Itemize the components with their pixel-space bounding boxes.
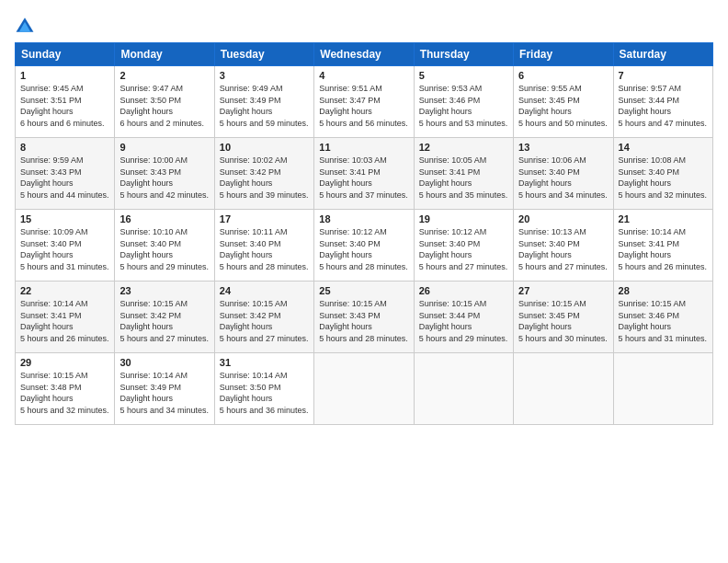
day-number: 16: [119, 213, 209, 224]
day-number: 7: [619, 70, 708, 81]
day-cell: 1 Sunrise: 9:45 AMSunset: 3:51 PMDayligh…: [16, 66, 115, 138]
day-number: 21: [619, 213, 708, 224]
day-info: Sunrise: 10:11 AMSunset: 3:40 PMDaylight…: [220, 227, 309, 271]
day-info: Sunrise: 10:15 AMSunset: 3:48 PMDaylight…: [20, 371, 109, 415]
day-info: Sunrise: 9:57 AMSunset: 3:44 PMDaylight …: [619, 84, 708, 128]
day-cell: [613, 353, 712, 425]
week-row-2: 8 Sunrise: 9:59 AMSunset: 3:43 PMDayligh…: [16, 138, 713, 210]
day-info: Sunrise: 10:14 AMSunset: 3:41 PMDaylight…: [20, 299, 109, 343]
day-number: 29: [20, 357, 109, 368]
day-info: Sunrise: 10:15 AMSunset: 3:42 PMDaylight…: [119, 299, 209, 343]
day-cell: 20 Sunrise: 10:13 AMSunset: 3:40 PMDayli…: [514, 210, 613, 282]
day-number: 28: [619, 285, 708, 296]
day-cell: 28 Sunrise: 10:15 AMSunset: 3:46 PMDayli…: [613, 282, 712, 353]
day-cell: [514, 353, 613, 425]
day-info: Sunrise: 10:15 AMSunset: 3:46 PMDaylight…: [619, 299, 708, 343]
day-cell: 2 Sunrise: 9:47 AMSunset: 3:50 PMDayligh…: [115, 66, 214, 138]
day-info: Sunrise: 10:14 AMSunset: 3:49 PMDaylight…: [119, 371, 209, 415]
day-number: 24: [220, 285, 309, 296]
day-cell: 25 Sunrise: 10:15 AMSunset: 3:43 PMDayli…: [314, 282, 414, 353]
day-cell: 5 Sunrise: 9:53 AMSunset: 3:46 PMDayligh…: [414, 66, 513, 138]
day-cell: 26 Sunrise: 10:15 AMSunset: 3:44 PMDayli…: [414, 282, 513, 353]
day-number: 5: [419, 70, 508, 81]
header-wednesday: Wednesday: [314, 43, 414, 66]
logo-icon: [15, 15, 35, 35]
day-cell: 27 Sunrise: 10:15 AMSunset: 3:45 PMDayli…: [514, 282, 613, 353]
day-cell: 13 Sunrise: 10:06 AMSunset: 3:40 PMDayli…: [514, 138, 613, 210]
day-number: 3: [220, 70, 309, 81]
logo: [15, 15, 39, 35]
day-info: Sunrise: 10:15 AMSunset: 3:42 PMDaylight…: [220, 299, 309, 343]
day-info: Sunrise: 9:53 AMSunset: 3:46 PMDaylight …: [419, 84, 508, 128]
day-info: Sunrise: 9:59 AMSunset: 3:43 PMDaylight …: [20, 155, 109, 200]
day-info: Sunrise: 10:14 AMSunset: 3:41 PMDaylight…: [619, 227, 708, 271]
day-number: 8: [20, 142, 109, 153]
day-cell: 19 Sunrise: 10:12 AMSunset: 3:40 PMDayli…: [414, 210, 513, 282]
day-info: Sunrise: 10:02 AMSunset: 3:42 PMDaylight…: [220, 155, 309, 200]
day-info: Sunrise: 10:15 AMSunset: 3:45 PMDaylight…: [518, 299, 608, 343]
day-info: Sunrise: 10:14 AMSunset: 3:50 PMDaylight…: [220, 371, 309, 415]
day-cell: 22 Sunrise: 10:14 AMSunset: 3:41 PMDayli…: [16, 282, 115, 353]
header: [15, 15, 713, 35]
day-info: Sunrise: 9:45 AMSunset: 3:51 PMDaylight …: [20, 84, 105, 128]
day-number: 6: [518, 70, 608, 81]
day-number: 4: [319, 70, 408, 81]
day-number: 2: [119, 70, 209, 81]
page: SundayMondayTuesdayWednesdayThursdayFrid…: [0, 0, 728, 563]
day-number: 20: [518, 213, 608, 224]
week-row-5: 29 Sunrise: 10:15 AMSunset: 3:48 PMDayli…: [16, 353, 713, 425]
day-cell: 29 Sunrise: 10:15 AMSunset: 3:48 PMDayli…: [16, 353, 115, 425]
day-number: 19: [419, 213, 508, 224]
header-thursday: Thursday: [414, 43, 513, 66]
day-cell: [414, 353, 513, 425]
day-number: 22: [20, 285, 109, 296]
day-cell: 21 Sunrise: 10:14 AMSunset: 3:41 PMDayli…: [613, 210, 712, 282]
day-cell: 23 Sunrise: 10:15 AMSunset: 3:42 PMDayli…: [115, 282, 214, 353]
day-number: 31: [220, 357, 309, 368]
week-row-4: 22 Sunrise: 10:14 AMSunset: 3:41 PMDayli…: [16, 282, 713, 353]
day-info: Sunrise: 10:15 AMSunset: 3:44 PMDaylight…: [419, 299, 508, 343]
week-row-3: 15 Sunrise: 10:09 AMSunset: 3:40 PMDayli…: [16, 210, 713, 282]
day-cell: 10 Sunrise: 10:02 AMSunset: 3:42 PMDayli…: [214, 138, 313, 210]
day-cell: 4 Sunrise: 9:51 AMSunset: 3:47 PMDayligh…: [314, 66, 414, 138]
day-number: 27: [518, 285, 608, 296]
day-number: 26: [419, 285, 508, 296]
day-cell: 3 Sunrise: 9:49 AMSunset: 3:49 PMDayligh…: [214, 66, 313, 138]
day-number: 30: [119, 357, 209, 368]
day-info: Sunrise: 10:08 AMSunset: 3:40 PMDaylight…: [619, 155, 708, 200]
day-number: 15: [20, 213, 109, 224]
day-cell: 7 Sunrise: 9:57 AMSunset: 3:44 PMDayligh…: [613, 66, 712, 138]
day-info: Sunrise: 9:49 AMSunset: 3:49 PMDaylight …: [220, 84, 309, 128]
day-info: Sunrise: 10:09 AMSunset: 3:40 PMDaylight…: [20, 227, 109, 271]
day-cell: 16 Sunrise: 10:10 AMSunset: 3:40 PMDayli…: [115, 210, 214, 282]
day-info: Sunrise: 10:13 AMSunset: 3:40 PMDaylight…: [518, 227, 608, 271]
day-number: 12: [419, 142, 508, 153]
calendar-table: SundayMondayTuesdayWednesdayThursdayFrid…: [15, 42, 713, 425]
header-monday: Monday: [115, 43, 214, 66]
day-info: Sunrise: 10:03 AMSunset: 3:41 PMDaylight…: [319, 155, 408, 200]
day-cell: 14 Sunrise: 10:08 AMSunset: 3:40 PMDayli…: [613, 138, 712, 210]
day-info: Sunrise: 10:00 AMSunset: 3:43 PMDaylight…: [119, 155, 209, 200]
day-info: Sunrise: 10:12 AMSunset: 3:40 PMDaylight…: [319, 227, 408, 271]
header-friday: Friday: [514, 43, 613, 66]
calendar-header-row: SundayMondayTuesdayWednesdayThursdayFrid…: [16, 43, 713, 66]
week-row-1: 1 Sunrise: 9:45 AMSunset: 3:51 PMDayligh…: [16, 66, 713, 138]
day-number: 25: [319, 285, 408, 296]
day-info: Sunrise: 9:55 AMSunset: 3:45 PMDaylight …: [518, 84, 608, 128]
day-cell: 24 Sunrise: 10:15 AMSunset: 3:42 PMDayli…: [214, 282, 313, 353]
day-cell: 18 Sunrise: 10:12 AMSunset: 3:40 PMDayli…: [314, 210, 414, 282]
day-cell: 12 Sunrise: 10:05 AMSunset: 3:41 PMDayli…: [414, 138, 513, 210]
day-number: 1: [20, 70, 109, 81]
day-cell: 9 Sunrise: 10:00 AMSunset: 3:43 PMDaylig…: [115, 138, 214, 210]
header-sunday: Sunday: [16, 43, 115, 66]
day-number: 17: [220, 213, 309, 224]
day-info: Sunrise: 10:05 AMSunset: 3:41 PMDaylight…: [419, 155, 508, 200]
day-number: 9: [119, 142, 209, 153]
day-cell: 15 Sunrise: 10:09 AMSunset: 3:40 PMDayli…: [16, 210, 115, 282]
day-number: 10: [220, 142, 309, 153]
day-cell: 6 Sunrise: 9:55 AMSunset: 3:45 PMDayligh…: [514, 66, 613, 138]
day-number: 13: [518, 142, 608, 153]
day-cell: 17 Sunrise: 10:11 AMSunset: 3:40 PMDayli…: [214, 210, 313, 282]
day-number: 11: [319, 142, 408, 153]
day-info: Sunrise: 10:10 AMSunset: 3:40 PMDaylight…: [119, 227, 209, 271]
